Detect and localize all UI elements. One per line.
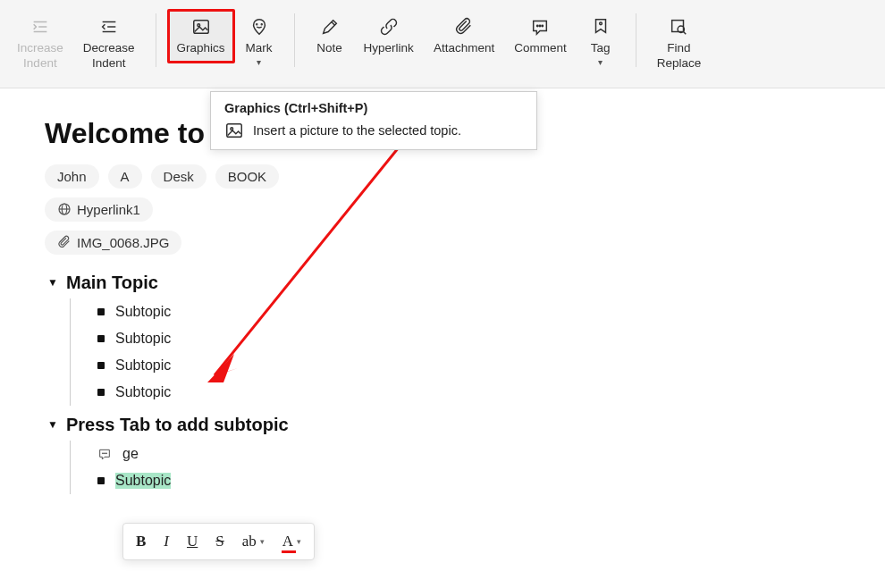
graphics-button[interactable]: Graphics — [167, 9, 235, 63]
tag-chip[interactable]: A — [108, 164, 142, 189]
chevron-down-icon: ▾ — [598, 57, 603, 67]
indent-group: IncreaseIndent DecreaseIndent — [0, 9, 152, 79]
list-item[interactable]: Subtopic — [97, 325, 840, 352]
outline-children: Subtopic Subtopic Subtopic Subtopic — [70, 298, 840, 406]
find-group: FindReplace — [640, 9, 719, 79]
insert-group: Graphics Mark ▾ — [160, 9, 291, 74]
list-item[interactable]: ge — [97, 441, 840, 467]
subtopic-label[interactable]: Subtopic — [115, 331, 171, 347]
svg-point-14 — [599, 22, 602, 25]
bullet-icon — [97, 389, 105, 396]
outline-section[interactable]: ▼ Press Tab to add subtopic — [45, 415, 840, 435]
find-replace-button[interactable]: FindReplace — [647, 9, 712, 79]
pencil-icon — [319, 16, 341, 38]
subtopic-label[interactable]: Subtopic — [115, 304, 171, 320]
tag-label: Tag — [591, 41, 611, 56]
chevron-down-icon: ▾ — [297, 537, 301, 546]
attach-group: Note Hyperlink Attachment Comment Tag — [299, 9, 632, 74]
subtopic-label[interactable]: Subtopic — [115, 384, 171, 400]
document-content: Welcome to EdrawMind John A Desk BOOK Hy… — [0, 88, 885, 521]
tag-chip[interactable]: John — [45, 164, 99, 189]
subtopic-label[interactable]: ge — [122, 446, 139, 462]
tag-row: John A Desk BOOK — [45, 164, 840, 189]
toolbar: IncreaseIndent DecreaseIndent Graphics M… — [0, 0, 885, 88]
hyperlink-chip[interactable]: Hyperlink1 — [45, 197, 153, 222]
find-replace-icon — [668, 16, 689, 38]
case-button[interactable]: ab▾ — [235, 527, 272, 556]
svg-point-26 — [102, 453, 103, 454]
comment-icon — [529, 16, 551, 38]
italic-button[interactable]: I — [156, 527, 176, 556]
find-replace-label: FindReplace — [657, 41, 702, 71]
attachment-label: Attachment — [434, 41, 494, 56]
svg-line-10 — [331, 22, 334, 26]
svg-point-13 — [542, 25, 543, 26]
hyperlink-label: Hyperlink — [364, 41, 414, 56]
svg-line-17 — [684, 32, 687, 35]
bold-button[interactable]: B — [129, 527, 153, 556]
bullet-icon — [97, 362, 105, 369]
mark-icon — [249, 16, 270, 38]
mark-button[interactable]: Mark ▾ — [235, 9, 283, 74]
underline-button[interactable]: U — [180, 527, 205, 556]
paperclip-icon — [57, 235, 72, 249]
mark-label: Mark — [246, 41, 273, 56]
list-item[interactable]: Subtopic — [97, 352, 840, 379]
svg-point-8 — [256, 24, 257, 25]
hyperlink-button[interactable]: Hyperlink — [354, 9, 424, 63]
section-title[interactable]: Main Topic — [66, 273, 158, 293]
subtopic-label[interactable]: Subtopic — [115, 473, 171, 489]
svg-point-12 — [540, 25, 541, 26]
tooltip-text: Insert a picture to the selected topic. — [253, 123, 461, 138]
decrease-indent-label: DecreaseIndent — [83, 41, 135, 71]
bullet-icon — [97, 335, 105, 342]
svg-point-11 — [537, 25, 538, 26]
collapse-caret-icon[interactable]: ▼ — [45, 418, 61, 431]
decrease-indent-icon — [98, 16, 120, 38]
attachment-chip[interactable]: IMG_0068.JPG — [45, 231, 181, 255]
svg-point-28 — [105, 453, 106, 454]
font-color-button[interactable]: A▾ — [275, 527, 308, 556]
svg-point-27 — [104, 453, 105, 454]
tag-chip[interactable]: BOOK — [215, 164, 279, 189]
chevron-down-icon: ▾ — [257, 57, 261, 67]
bullet-icon — [97, 477, 105, 484]
comment-button[interactable]: Comment — [504, 9, 577, 63]
bullet-icon — [97, 308, 105, 315]
increase-indent-button: IncreaseIndent — [7, 9, 73, 79]
graphics-label: Graphics — [177, 41, 225, 56]
attachment-button[interactable]: Attachment — [424, 9, 504, 63]
image-icon — [224, 121, 244, 140]
decrease-indent-button[interactable]: DecreaseIndent — [73, 9, 145, 79]
list-item[interactable]: Subtopic — [97, 298, 840, 325]
svg-rect-6 — [193, 21, 208, 34]
toolbar-separator — [294, 13, 295, 67]
outline-section[interactable]: ▼ Main Topic — [45, 273, 840, 293]
section-title[interactable]: Press Tab to add subtopic — [66, 415, 289, 435]
collapse-caret-icon[interactable]: ▼ — [45, 276, 61, 289]
chevron-down-icon: ▾ — [260, 537, 265, 546]
toolbar-separator — [636, 13, 636, 67]
subtopic-label[interactable]: Subtopic — [115, 357, 171, 374]
graphics-tooltip: Graphics (Ctrl+Shift+P) Insert a picture… — [210, 91, 537, 150]
list-item[interactable]: Subtopic — [97, 379, 840, 406]
comment-icon[interactable] — [97, 447, 112, 461]
strikethrough-button[interactable]: S — [208, 527, 231, 556]
note-button[interactable]: Note — [306, 9, 354, 63]
increase-indent-label: IncreaseIndent — [17, 41, 63, 71]
tag-button[interactable]: Tag ▾ — [577, 9, 625, 74]
note-label: Note — [316, 41, 342, 56]
tag-chip[interactable]: Desk — [151, 164, 206, 189]
list-item[interactable]: Subtopic — [97, 467, 840, 494]
increase-indent-icon — [30, 16, 51, 38]
image-icon — [190, 16, 212, 38]
comment-label: Comment — [514, 41, 567, 56]
outline-children: ge Subtopic — [70, 441, 840, 494]
tooltip-title: Graphics (Ctrl+Shift+P) — [224, 101, 523, 115]
floating-format-toolbar: B I U S ab▾ A▾ — [122, 523, 315, 560]
svg-rect-18 — [227, 124, 242, 138]
tag-icon — [590, 16, 611, 38]
svg-point-9 — [261, 24, 262, 25]
globe-icon — [57, 202, 72, 216]
toolbar-separator — [156, 13, 156, 67]
